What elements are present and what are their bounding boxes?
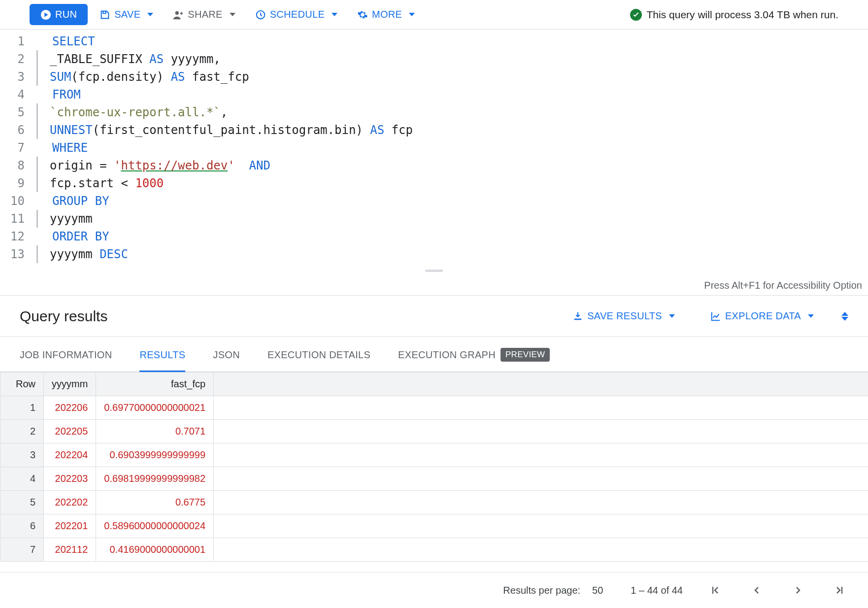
cell-row: 5 bbox=[0, 491, 44, 514]
results-title: Query results bbox=[20, 308, 107, 325]
share-icon bbox=[173, 9, 184, 20]
line-number: 12 bbox=[0, 228, 34, 245]
line-number: 4 bbox=[0, 86, 34, 103]
preview-badge: PREVIEW bbox=[501, 348, 550, 362]
line-number: 10 bbox=[0, 192, 34, 210]
caret-down-icon bbox=[147, 13, 153, 16]
tab-results[interactable]: RESULTS bbox=[139, 337, 185, 372]
line-number: 11 bbox=[0, 210, 34, 228]
cell-yyyymm: 202112 bbox=[44, 538, 96, 562]
caret-down-icon bbox=[409, 13, 415, 16]
caret-down-icon bbox=[230, 13, 235, 16]
explore-data-button[interactable]: EXPLORE DATA bbox=[702, 305, 822, 327]
cell-filler bbox=[214, 396, 868, 420]
cell-fast-fcp: 0.6903999999999999 bbox=[96, 443, 214, 467]
cell-filler bbox=[214, 538, 868, 562]
line-number: 8 bbox=[0, 157, 34, 174]
tab-job-information[interactable]: JOB INFORMATION bbox=[20, 337, 112, 372]
save-icon bbox=[100, 9, 110, 20]
more-button[interactable]: MORE bbox=[349, 4, 423, 25]
cell-row: 2 bbox=[0, 420, 44, 443]
first-page-button[interactable] bbox=[706, 581, 724, 599]
results-table: Row yyyymm fast_fcp 12022060.69770000000… bbox=[0, 372, 868, 562]
download-icon bbox=[572, 311, 583, 322]
cell-filler bbox=[214, 467, 868, 491]
share-label: SHARE bbox=[188, 9, 222, 20]
last-page-button[interactable] bbox=[831, 581, 848, 599]
svg-point-1 bbox=[175, 11, 179, 14]
cell-filler bbox=[214, 514, 868, 538]
table-row[interactable]: 12022060.69770000000000021 bbox=[0, 396, 868, 420]
resize-handle[interactable] bbox=[0, 263, 868, 278]
cell-row: 3 bbox=[0, 443, 44, 467]
save-button[interactable]: SAVE bbox=[92, 4, 161, 25]
cell-fast-fcp: 0.69770000000000021 bbox=[96, 396, 214, 420]
tab-json[interactable]: JSON bbox=[213, 337, 240, 372]
rpp-label: Results per page: bbox=[503, 585, 580, 596]
expand-collapse-button[interactable] bbox=[841, 312, 848, 321]
cell-fast-fcp: 0.7071 bbox=[96, 420, 214, 443]
save-results-label: SAVE RESULTS bbox=[587, 310, 662, 322]
accessibility-hint: Press Alt+F1 for Accessibility Option bbox=[0, 278, 868, 295]
rpp-select[interactable]: 50 bbox=[592, 585, 607, 596]
tab-execution-graph[interactable]: EXECUTION GRAPH PREVIEW bbox=[398, 337, 550, 372]
pager: Results per page: 50 1 – 44 of 44 bbox=[0, 572, 868, 608]
cell-fast-fcp: 0.58960000000000024 bbox=[96, 514, 214, 538]
col-filler bbox=[214, 372, 868, 396]
cell-yyyymm: 202201 bbox=[44, 514, 96, 538]
caret-down-icon bbox=[332, 13, 337, 16]
run-button[interactable]: RUN bbox=[30, 4, 88, 25]
gear-icon bbox=[357, 9, 368, 20]
cell-fast-fcp: 0.4169000000000001 bbox=[96, 538, 214, 562]
save-label: SAVE bbox=[114, 9, 140, 20]
more-label: MORE bbox=[372, 9, 402, 20]
table-row[interactable]: 32022040.6903999999999999 bbox=[0, 443, 868, 467]
chevron-down-icon bbox=[841, 317, 848, 321]
line-number: 7 bbox=[0, 139, 34, 157]
share-button[interactable]: SHARE bbox=[165, 4, 243, 25]
cell-row: 6 bbox=[0, 514, 44, 538]
line-number: 6 bbox=[0, 121, 34, 139]
cell-yyyymm: 202206 bbox=[44, 396, 96, 420]
line-number: 13 bbox=[0, 245, 34, 263]
table-row[interactable]: 62022010.58960000000000024 bbox=[0, 514, 868, 538]
cell-yyyymm: 202205 bbox=[44, 420, 96, 443]
cell-row: 4 bbox=[0, 467, 44, 491]
status-text: This query will process 3.04 TB when run… bbox=[647, 9, 838, 21]
results-tabs: JOB INFORMATION RESULTS JSON EXECUTION D… bbox=[0, 337, 868, 372]
next-page-button[interactable] bbox=[789, 581, 807, 599]
cell-row: 7 bbox=[0, 538, 44, 562]
line-number: 3 bbox=[0, 68, 34, 86]
prev-page-button[interactable] bbox=[748, 581, 766, 599]
col-row[interactable]: Row bbox=[0, 372, 44, 396]
schedule-icon bbox=[255, 9, 266, 20]
table-row[interactable]: 52022020.6775 bbox=[0, 491, 868, 514]
col-yyyymm[interactable]: yyyymm bbox=[44, 372, 96, 396]
caret-down-icon bbox=[669, 314, 675, 318]
cell-filler bbox=[214, 420, 868, 443]
line-number: 9 bbox=[0, 174, 34, 192]
results-table-wrap: Row yyyymm fast_fcp 12022060.69770000000… bbox=[0, 372, 868, 572]
check-icon bbox=[630, 9, 642, 21]
table-row[interactable]: 42022030.69819999999999982 bbox=[0, 467, 868, 491]
cell-yyyymm: 202204 bbox=[44, 443, 96, 467]
caret-down-icon bbox=[808, 314, 814, 318]
tab-execution-details[interactable]: EXECUTION DETAILS bbox=[267, 337, 370, 372]
schedule-button[interactable]: SCHEDULE bbox=[247, 4, 345, 25]
play-icon bbox=[40, 9, 51, 20]
save-results-button[interactable]: SAVE RESULTS bbox=[565, 305, 683, 327]
cell-row: 1 bbox=[0, 396, 44, 420]
table-row[interactable]: 22022050.7071 bbox=[0, 420, 868, 443]
sql-editor[interactable]: 1SELECT 2_TABLE_SUFFIX AS yyyymm, 3SUM(f… bbox=[0, 30, 868, 263]
col-fast-fcp[interactable]: fast_fcp bbox=[96, 372, 214, 396]
chevron-up-icon bbox=[841, 312, 848, 316]
cell-filler bbox=[214, 491, 868, 514]
schedule-label: SCHEDULE bbox=[270, 9, 325, 20]
rpp-value: 50 bbox=[592, 585, 603, 596]
table-row[interactable]: 72021120.4169000000000001 bbox=[0, 538, 868, 562]
line-number: 2 bbox=[0, 50, 34, 68]
line-number: 5 bbox=[0, 103, 34, 121]
cell-filler bbox=[214, 443, 868, 467]
chart-icon bbox=[710, 311, 721, 322]
cell-fast-fcp: 0.6775 bbox=[96, 491, 214, 514]
